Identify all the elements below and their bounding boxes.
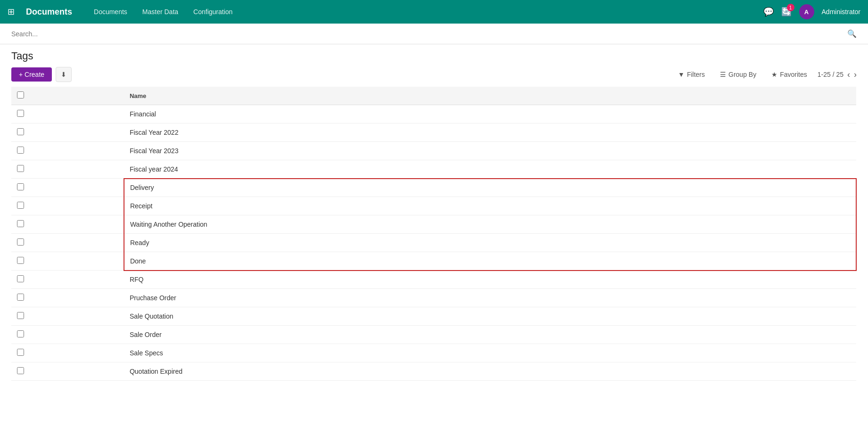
searchbar: 🔍 [0, 24, 868, 44]
search-input[interactable] [11, 30, 842, 38]
row-checkbox[interactable] [17, 275, 24, 282]
row-checkbox[interactable] [17, 330, 24, 337]
row-name-cell[interactable]: Done [124, 252, 856, 271]
row-name-cell[interactable]: Fiscal Year 2022 [124, 123, 856, 142]
search-icon[interactable]: 🔍 [847, 29, 857, 38]
row-checkbox[interactable] [17, 220, 24, 227]
row-name-cell[interactable]: Sale Order [124, 326, 856, 344]
row-name-cell[interactable]: Fiscal year 2024 [124, 160, 856, 179]
table-row: Sale Quotation [11, 307, 856, 326]
groupby-label: Group By [728, 71, 756, 78]
row-checkbox[interactable] [17, 183, 24, 190]
row-checkbox-cell [11, 326, 124, 344]
row-checkbox[interactable] [17, 110, 24, 117]
row-checkbox-cell [11, 215, 124, 234]
top-navigation: ⊞ Documents Documents Master Data Config… [0, 0, 868, 24]
table-row: RFQ [11, 271, 856, 289]
next-page-button[interactable]: › [854, 70, 857, 80]
row-checkbox[interactable] [17, 257, 24, 264]
row-name-cell[interactable]: Delivery [124, 179, 856, 197]
table-wrap: Name FinancialFiscal Year 2022Fiscal Yea… [0, 87, 868, 381]
topnav-right: 💬 🔄 1 A Administrator [763, 4, 860, 19]
avatar[interactable]: A [799, 4, 814, 19]
row-checkbox-cell [11, 197, 124, 215]
row-name-cell[interactable]: RFQ [124, 271, 856, 289]
search-input-wrap [11, 30, 842, 38]
row-checkbox-cell [11, 179, 124, 197]
table-row: Waiting Another Operation [11, 215, 856, 234]
table-row: Done [11, 252, 856, 271]
favorites-label: Favorites [780, 71, 807, 78]
table-row: Quotation Expired [11, 362, 856, 381]
groupby-button[interactable]: ☰ Group By [715, 68, 761, 81]
filter-icon: ▼ [678, 71, 685, 78]
row-checkbox-cell [11, 234, 124, 252]
table-row: Financial [11, 105, 856, 123]
row-checkbox-cell [11, 123, 124, 142]
row-checkbox[interactable] [17, 349, 24, 356]
select-all-checkbox[interactable] [17, 91, 24, 98]
select-all-cell [11, 87, 124, 105]
nav-configuration[interactable]: Configuration [187, 5, 239, 18]
activity-badge: 1 [787, 4, 794, 11]
row-name-cell[interactable]: Receipt [124, 197, 856, 215]
pagination-text: 1-25 / 25 [818, 71, 843, 78]
name-column-header: Name [124, 87, 856, 105]
row-checkbox-cell [11, 307, 124, 326]
nav-documents[interactable]: Documents [87, 5, 134, 18]
row-checkbox[interactable] [17, 165, 24, 172]
table-row: Fiscal year 2024 [11, 160, 856, 179]
grid-icon[interactable]: ⊞ [8, 7, 15, 17]
row-checkbox[interactable] [17, 294, 24, 301]
toolbar: + Create ⬇ ▼ Filters ☰ Group By ★ Favori… [0, 62, 868, 87]
download-button[interactable]: ⬇ [56, 67, 72, 82]
row-checkbox[interactable] [17, 238, 24, 246]
row-name-cell[interactable]: Sale Specs [124, 344, 856, 362]
row-checkbox-cell [11, 344, 124, 362]
nav-links: Documents Master Data Configuration [87, 5, 752, 18]
app-title: Documents [26, 7, 72, 17]
pagination: 1-25 / 25 ‹ › [818, 70, 857, 80]
table-header-row: Name [11, 87, 856, 105]
row-name-cell[interactable]: Quotation Expired [124, 362, 856, 381]
row-name-cell[interactable]: Pruchase Order [124, 289, 856, 307]
page-header: Tags [0, 44, 868, 62]
row-checkbox-cell [11, 362, 124, 381]
filters-label: Filters [687, 71, 705, 78]
chat-icon[interactable]: 💬 [763, 7, 774, 17]
tags-table: Name FinancialFiscal Year 2022Fiscal Yea… [11, 87, 857, 381]
row-checkbox[interactable] [17, 128, 24, 135]
table-row: Pruchase Order [11, 289, 856, 307]
table-row: Ready [11, 234, 856, 252]
activity-icon[interactable]: 🔄 1 [781, 7, 792, 17]
nav-master-data[interactable]: Master Data [136, 5, 185, 18]
row-checkbox-cell [11, 271, 124, 289]
star-icon: ★ [771, 71, 777, 78]
table-row: Delivery [11, 179, 856, 197]
row-name-cell[interactable]: Financial [124, 105, 856, 123]
table-body: FinancialFiscal Year 2022Fiscal Year 202… [11, 105, 856, 381]
row-checkbox-cell [11, 252, 124, 271]
row-name-cell[interactable]: Ready [124, 234, 856, 252]
row-name-cell[interactable]: Sale Quotation [124, 307, 856, 326]
create-button[interactable]: + Create [11, 67, 52, 82]
row-checkbox-cell [11, 142, 124, 160]
row-checkbox[interactable] [17, 147, 24, 154]
filters-button[interactable]: ▼ Filters [673, 68, 710, 81]
row-name-cell[interactable]: Fiscal Year 2023 [124, 142, 856, 160]
page-title: Tags [11, 50, 33, 62]
table-row: Sale Specs [11, 344, 856, 362]
row-checkbox[interactable] [17, 202, 24, 209]
row-name-cell[interactable]: Waiting Another Operation [124, 215, 856, 234]
table-row: Fiscal Year 2022 [11, 123, 856, 142]
favorites-button[interactable]: ★ Favorites [767, 68, 812, 81]
groupby-icon: ☰ [720, 71, 726, 78]
row-checkbox[interactable] [17, 367, 24, 374]
row-checkbox-cell [11, 289, 124, 307]
row-checkbox[interactable] [17, 312, 24, 319]
row-checkbox-cell [11, 105, 124, 123]
toolbar-right: ▼ Filters ☰ Group By ★ Favorites 1-25 / … [673, 68, 857, 81]
prev-page-button[interactable]: ‹ [847, 70, 850, 80]
username: Administrator [822, 8, 860, 16]
row-checkbox-cell [11, 160, 124, 179]
